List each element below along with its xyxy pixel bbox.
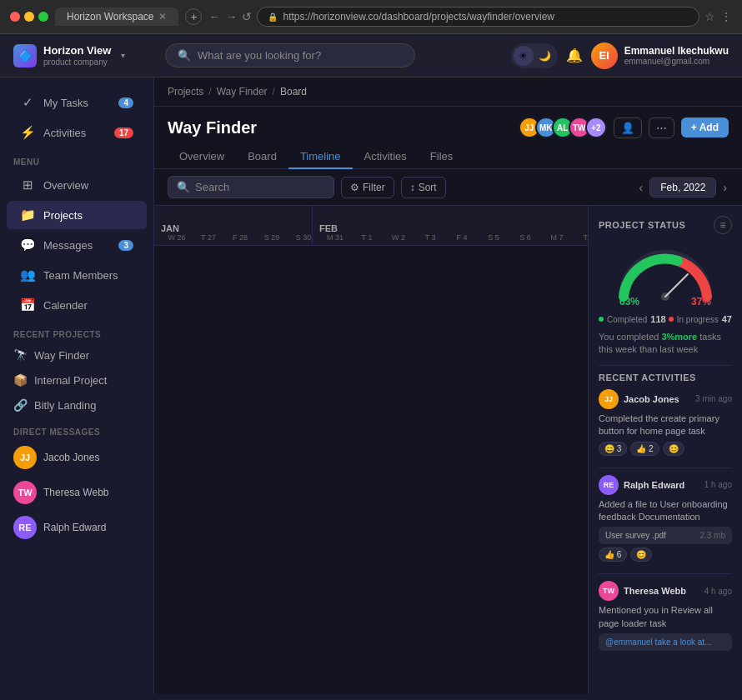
breadcrumb-sep2: / xyxy=(273,86,275,98)
user-chip[interactable]: EI Emmanuel Ikechukwu emmanuel@gmail.com xyxy=(591,42,729,69)
global-search: 🔍 What are you looking for? xyxy=(165,43,501,68)
dot-minimize[interactable] xyxy=(24,12,34,22)
dm-ralph[interactable]: RE Ralph Edward xyxy=(0,510,153,545)
dot-maximize[interactable] xyxy=(38,12,48,22)
reaction-ralph-2[interactable]: 😊 xyxy=(630,548,652,562)
sidebar-item-activities[interactable]: ⚡ Activities 17 xyxy=(7,118,147,147)
more-options-btn[interactable]: ⋯ xyxy=(649,118,674,138)
internal-label: Internal Project xyxy=(34,374,107,387)
prev-date-btn[interactable]: ‹ xyxy=(638,179,645,196)
gauge-remaining-pct: 37% xyxy=(691,296,711,308)
sidebar-item-team[interactable]: 👥 Team Members xyxy=(7,261,147,289)
activity-jacob-header: JJ Jacob Jones 3 min ago xyxy=(599,389,732,409)
timeline-header: JAN W 26 T 27 F 28 S 29 S 30 FEB xyxy=(154,206,588,246)
progress-note: You completed 3%more tasks this week tha… xyxy=(599,331,732,357)
messages-icon: 💬 xyxy=(20,238,35,252)
user-email: emmanuel@gmail.com xyxy=(624,57,729,66)
filter-btn[interactable]: ⚙ Filter xyxy=(341,177,394,198)
back-btn[interactable]: ← xyxy=(208,10,220,23)
calendar-icon: 📅 xyxy=(20,298,35,312)
activity-theresa-text: Mentioned you in Review all page loader … xyxy=(599,604,732,630)
search-placeholder: What are you looking for? xyxy=(198,49,321,62)
mention-box[interactable]: @emmanuel take a look at... xyxy=(599,633,732,651)
panel-title: PROJECT STATUS xyxy=(599,220,685,230)
url-bar[interactable]: 🔒 https://horizonview.co/dashboard/proje… xyxy=(257,7,699,27)
new-tab-btn[interactable]: + xyxy=(185,8,202,25)
global-search-input[interactable]: 🔍 What are you looking for? xyxy=(165,43,415,68)
timeline-search[interactable]: 🔍 Search xyxy=(168,176,334,198)
dot-close[interactable] xyxy=(10,12,20,22)
user-info: Emmanuel Ikechukwu emmanuel@gmail.com xyxy=(624,45,729,66)
dm-jacob-name: Jacob Jones xyxy=(43,452,99,463)
next-date-btn[interactable]: › xyxy=(721,179,729,196)
my-tasks-label: My Tasks xyxy=(43,97,110,109)
dm-theresa-name: Theresa Webb xyxy=(43,487,109,498)
activity-jacob-name: Jacob Jones xyxy=(624,394,679,404)
tab-activities[interactable]: Activities xyxy=(353,145,419,169)
mention-link: @emmanuel take a look at... xyxy=(605,638,711,647)
project-nav: Overview Board Timeline Activities Files xyxy=(154,138,742,169)
sidebar-item-internal[interactable]: 📦 Internal Project xyxy=(0,368,153,392)
breadcrumb-projects[interactable]: Projects xyxy=(168,86,203,98)
reaction-thumbsup[interactable]: 👍 2 xyxy=(630,442,659,456)
sort-btn[interactable]: ↕ Sort xyxy=(401,177,446,198)
tab-close-btn[interactable]: ✕ xyxy=(158,11,167,22)
activity-jacob-time: 3 min ago xyxy=(695,394,732,403)
messages-label: Messages xyxy=(43,239,110,252)
tab-overview[interactable]: Overview xyxy=(168,145,236,169)
breadcrumb-sep1: / xyxy=(208,86,211,98)
header-actions: ☀ 🌙 🔔 EI Emmanuel Ikechukwu emmanuel@gma… xyxy=(511,42,729,69)
browser-tab[interactable]: Horizon Workspace ✕ xyxy=(55,8,178,26)
light-theme-btn[interactable]: ☀ xyxy=(514,46,534,66)
dm-theresa-avatar: TW xyxy=(13,481,37,504)
breadcrumb-wayfinder[interactable]: Way Finder xyxy=(217,86,268,98)
week-w26: W 26 xyxy=(161,233,193,242)
bookmark-btn[interactable]: ☆ xyxy=(704,10,715,23)
panel-menu-btn[interactable]: ≡ xyxy=(714,216,732,234)
browser-chrome: Horizon Workspace ✕ + ← → ↺ 🔒 https://ho… xyxy=(0,0,742,34)
main-content: ✓ My Tasks 4 ⚡ Activities 17 MENU ⊞ Over… xyxy=(0,78,742,694)
sidebar-item-overview[interactable]: ⊞ Overview xyxy=(7,171,147,199)
users-icon-btn[interactable]: 👤 xyxy=(614,118,642,138)
sidebar-item-mytasks[interactable]: ✓ My Tasks 4 xyxy=(7,88,147,117)
reaction-smile[interactable]: 😄 3 xyxy=(599,442,627,456)
dm-theresa[interactable]: TW Theresa Webb xyxy=(0,475,153,510)
sidebar-item-wayfinder[interactable]: 🔭 Way Finder xyxy=(0,342,153,368)
timeline-container: JAN W 26 T 27 F 28 S 29 S 30 FEB xyxy=(154,206,742,694)
sidebar-item-projects[interactable]: 📁 Projects xyxy=(7,201,147,229)
menu-btn[interactable]: ⋮ xyxy=(720,10,732,23)
activity-jacob-reactions: 😄 3 👍 2 😊 xyxy=(599,442,732,456)
activity-theresa-avatar: TW xyxy=(599,581,619,601)
sort-icon: ↕ xyxy=(410,182,415,193)
inprogress-count: 47 xyxy=(722,314,732,324)
search-placeholder-text: Search xyxy=(195,181,229,193)
bitly-label: Bitly Landing xyxy=(34,399,96,412)
reload-btn[interactable]: ↺ xyxy=(242,10,252,23)
gauge-legend: Completed 118 In progress 47 xyxy=(599,314,732,324)
gauge-container: 63% 37% xyxy=(611,242,719,308)
activity-ralph-time: 1 h ago xyxy=(704,480,732,489)
reaction-add[interactable]: 😊 xyxy=(663,442,684,456)
add-btn[interactable]: + Add xyxy=(681,118,729,138)
tab-files[interactable]: Files xyxy=(419,145,464,169)
tab-board[interactable]: Board xyxy=(236,145,288,169)
sidebar-item-messages[interactable]: 💬 Messages 3 xyxy=(7,231,147,259)
messages-badge: 3 xyxy=(118,240,133,251)
activity-jacob: JJ Jacob Jones 3 min ago Completed the c… xyxy=(599,389,732,456)
activity-theresa-header: TW Theresa Webb 4 h ago xyxy=(599,581,732,601)
browser-dots xyxy=(10,12,48,22)
reaction-ralph-1[interactable]: 👍 6 xyxy=(599,548,627,562)
timeline-main: JAN W 26 T 27 F 28 S 29 S 30 FEB xyxy=(154,206,588,694)
sidebar-item-calendar[interactable]: 📅 Calender xyxy=(7,291,147,319)
divider-3 xyxy=(599,573,732,574)
divider-2 xyxy=(599,468,732,468)
sidebar-item-bitly[interactable]: 🔗 Bitly Landing xyxy=(0,392,153,418)
bitly-icon: 🔗 xyxy=(13,398,28,412)
forward-btn[interactable]: → xyxy=(225,10,237,23)
dark-theme-btn[interactable]: 🌙 xyxy=(535,46,555,66)
activities-badge: 17 xyxy=(114,128,133,138)
dm-jacob[interactable]: JJ Jacob Jones xyxy=(0,440,153,475)
tab-timeline[interactable]: Timeline xyxy=(288,145,353,169)
notification-btn[interactable]: 🔔 xyxy=(566,48,583,63)
completed-count: 118 xyxy=(650,314,665,324)
